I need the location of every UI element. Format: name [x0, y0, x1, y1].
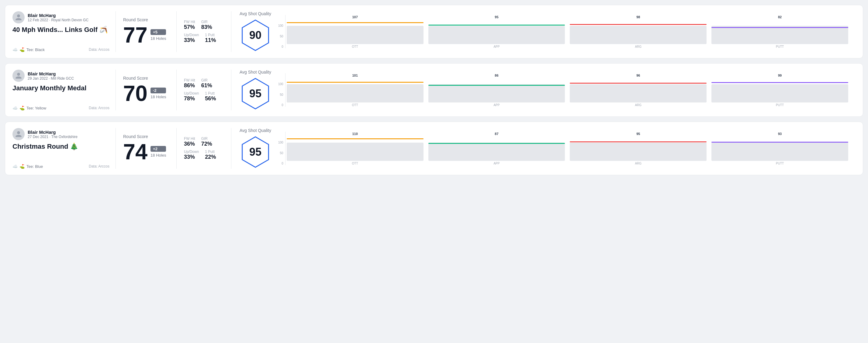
- user-info-0: Blair McHarg 12 Feb 2022 · Royal North D…: [28, 13, 89, 22]
- user-meta-0: 12 Feb 2022 · Royal North Devon GC: [28, 18, 89, 22]
- oneputt-2: 1 Putt 22%: [205, 150, 216, 160]
- score-label-1: Round Score: [123, 76, 169, 81]
- data-source-2: Data: Arccos: [89, 164, 110, 168]
- stats-section-2: FW Hit 36% GIR 72% Up/Down 33% 1 Putt 22…: [177, 128, 231, 169]
- stat-row-1-1: FW Hit 86% GIR 61%: [184, 78, 224, 89]
- bar-marker: [287, 82, 424, 83]
- bar-label: APP: [493, 45, 499, 48]
- score-number-1: 70: [123, 83, 148, 104]
- score-section-2: Round Score 74 +2 18 Holes: [116, 128, 177, 169]
- quality-label-2: Avg Shot Quality: [240, 128, 271, 133]
- user-meta-2: 27 Dec 2021 · The Oxfordshire: [28, 135, 78, 139]
- bar-background: [287, 84, 424, 102]
- golf-icon-0: ⛳: [20, 47, 25, 52]
- oneputt-value-2: 22%: [205, 154, 216, 160]
- gir-0: GIR 83%: [201, 20, 212, 30]
- left-section-2: Blair McHarg 27 Dec 2021 · The Oxfordshi…: [12, 128, 116, 169]
- bar-background: [711, 84, 848, 102]
- oneputt-value-1: 56%: [205, 95, 216, 102]
- round-card-0: Blair McHarg 12 Feb 2022 · Royal North D…: [5, 5, 863, 58]
- bar-marker: [570, 24, 707, 25]
- user-meta-1: 29 Jan 2022 · Mill Ride GCC: [28, 76, 74, 81]
- bottom-row-1: ☁️ ⛳ Tee: Yellow Data: Arccos: [12, 105, 110, 111]
- fw-hit-1: FW Hit 86%: [184, 78, 195, 89]
- gir-label-0: GIR: [201, 20, 212, 24]
- bar-container: [428, 78, 565, 102]
- updown-2: Up/Down 33%: [184, 150, 199, 160]
- quality-left-2: Avg Shot Quality 95: [239, 128, 272, 169]
- bar-background: [711, 143, 848, 161]
- oneputt-label-2: 1 Putt: [205, 150, 216, 154]
- round-title-2: Christmas Round 🎄: [12, 143, 110, 151]
- chart-area-1: 100 50 0 101 OTT 86 APP 96 ARG 99: [278, 73, 848, 107]
- bar-marker: [287, 22, 424, 23]
- bar-group: 95 ARG: [570, 132, 707, 165]
- bar-container: [287, 20, 424, 44]
- golf-icon-2: ⛳: [20, 164, 25, 169]
- fw-hit-value-1: 86%: [184, 83, 195, 89]
- bar-background: [570, 143, 707, 161]
- stat-row-2-0: Up/Down 33% 1 Putt 11%: [184, 33, 224, 43]
- stat-row-1-2: FW Hit 36% GIR 72%: [184, 136, 224, 147]
- score-badge-0: +5: [151, 29, 166, 35]
- fw-hit-label-0: FW Hit: [184, 20, 195, 24]
- user-icon-0: [15, 14, 22, 21]
- stats-section-1: FW Hit 86% GIR 61% Up/Down 78% 1 Putt 56…: [177, 70, 231, 111]
- round-title-1: January Monthly Medal: [12, 84, 110, 92]
- bar-group: 96 ARG: [570, 73, 707, 107]
- bar-group: 107 OTT: [287, 15, 424, 48]
- score-main-1: 70 -2 18 Holes: [123, 83, 169, 104]
- fw-hit-value-2: 36%: [184, 141, 195, 147]
- bar-value: 87: [495, 132, 498, 136]
- chart-area-2: 100 50 0 110 OTT 87 APP 95 ARG 93: [278, 132, 848, 165]
- bar-background: [287, 26, 424, 44]
- bar-label: APP: [493, 162, 499, 165]
- user-row-0: Blair McHarg 12 Feb 2022 · Royal North D…: [12, 11, 110, 23]
- bar-group: 99 PUTT: [711, 73, 848, 107]
- updown-label-2: Up/Down: [184, 150, 199, 154]
- golf-icon-1: ⛳: [20, 105, 25, 111]
- weather-icon-2: ☁️: [12, 164, 18, 169]
- bar-value: 95: [495, 15, 498, 19]
- left-section-1: Blair McHarg 29 Jan 2022 · Mill Ride GCC…: [12, 70, 116, 111]
- quality-section-2: Avg Shot Quality 95 100 50 0 110 OTT 87: [231, 128, 856, 169]
- tee-label-0: Tee: Black: [26, 48, 45, 52]
- bar-marker: [428, 143, 565, 144]
- bar-marker: [570, 142, 707, 142]
- bar-container: [570, 78, 707, 102]
- bar-value: 110: [352, 132, 358, 136]
- oneputt-0: 1 Putt 11%: [205, 33, 216, 43]
- bar-value: 107: [352, 15, 358, 19]
- bar-label: PUTT: [776, 45, 784, 48]
- score-detail-1: -2 18 Holes: [151, 88, 166, 99]
- bar-label: PUTT: [776, 162, 784, 165]
- quality-left-0: Avg Shot Quality 90: [239, 11, 272, 52]
- oneputt-label-1: 1 Putt: [205, 91, 216, 95]
- bar-marker: [428, 25, 565, 26]
- bar-marker: [287, 138, 424, 139]
- bottom-row-0: ☁️ ⛳ Tee: Black Data: Arccos: [12, 47, 110, 52]
- oneputt-value-0: 11%: [205, 37, 216, 43]
- tee-info-2: ☁️ ⛳ Tee: Blue: [12, 164, 43, 169]
- hexagon-container-0: 90: [239, 19, 272, 52]
- bar-container: [570, 20, 707, 44]
- bar-group: 95 APP: [428, 15, 565, 48]
- score-main-0: 77 +5 18 Holes: [123, 24, 169, 46]
- quality-label-1: Avg Shot Quality: [240, 70, 271, 74]
- chart-area-0: 100 50 0 107 OTT 95 APP 98 ARG 82: [278, 15, 848, 48]
- oneputt-1: 1 Putt 56%: [205, 91, 216, 102]
- bar-container: [711, 136, 848, 161]
- gir-value-2: 72%: [201, 141, 212, 147]
- score-holes-2: 18 Holes: [151, 153, 166, 157]
- oneputt-label-0: 1 Putt: [205, 33, 216, 37]
- quality-section-1: Avg Shot Quality 95 100 50 0 101 OTT 86: [231, 70, 856, 111]
- user-info-2: Blair McHarg 27 Dec 2021 · The Oxfordshi…: [28, 129, 78, 139]
- tee-info-0: ☁️ ⛳ Tee: Black: [12, 47, 45, 52]
- hex-score-2: 95: [249, 146, 261, 158]
- gir-label-1: GIR: [201, 78, 212, 83]
- score-badge-1: -2: [151, 88, 166, 93]
- bar-background: [711, 26, 848, 44]
- fw-hit-label-1: FW Hit: [184, 78, 195, 83]
- bar-background: [287, 143, 424, 161]
- bar-label: ARG: [635, 45, 642, 48]
